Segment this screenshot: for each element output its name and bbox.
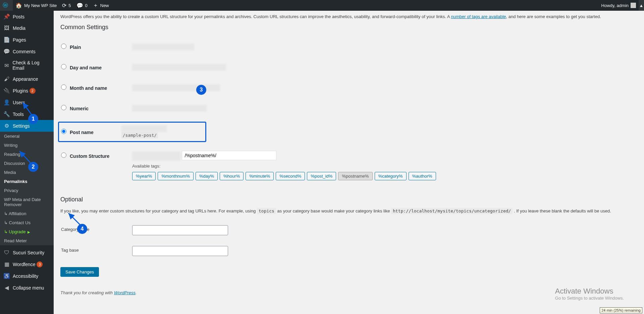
month-name-option[interactable]: Month and name [61, 85, 107, 91]
sidebar-item-collapse-menu[interactable]: ◀Collapse menu [0, 282, 54, 294]
sidebar-item-settings[interactable]: ⚙Settings [0, 120, 54, 132]
submenu-contact-us[interactable]: ↳ Contact Us [0, 218, 54, 227]
sidebar-item-accessibility[interactable]: ♿Accessibility [0, 270, 54, 282]
menu-icon: 🔧 [3, 111, 10, 117]
tag-base-input[interactable] [132, 246, 228, 256]
tags-available-link[interactable]: number of tags are available [451, 14, 506, 19]
submenu-general[interactable]: General [0, 132, 54, 141]
submenu-media[interactable]: Media [0, 168, 54, 177]
toolbar-scroll-up[interactable]: ▲ [639, 0, 644, 11]
submenu-privacy[interactable]: Privacy [0, 186, 54, 195]
category-base-input[interactable] [132, 225, 228, 235]
wordpress-icon: ⓦ [3, 2, 8, 9]
submenu-upgrade[interactable]: ↳ Upgrade ▶ [0, 227, 54, 236]
tag-minute[interactable]: %minute% [246, 172, 274, 180]
comments-link[interactable]: 💬0 [74, 0, 90, 11]
submenu-discussion[interactable]: Discussion [0, 159, 54, 168]
sidebar-item-pages[interactable]: 📄Pages [0, 34, 54, 46]
postname-radio[interactable] [61, 129, 66, 134]
tag-monthnum[interactable]: %monthnum% [158, 172, 194, 180]
menu-icon: ✉ [3, 62, 10, 69]
sidebar-item-posts[interactable]: 📌Posts [0, 11, 54, 22]
avatar [631, 3, 636, 8]
updates-link[interactable]: ⟳5 [59, 0, 73, 11]
sidebar-item-comments[interactable]: 💬Comments [0, 46, 54, 57]
save-changes-button[interactable]: Save Changes [60, 267, 99, 277]
custom-prefix [132, 151, 180, 161]
plain-example [132, 44, 194, 50]
tag-post_id[interactable]: %post_id% [307, 172, 336, 180]
submenu-affiliation[interactable]: ↳ Affiliation [0, 209, 54, 218]
plain-option[interactable]: Plain [61, 45, 81, 50]
tag-author[interactable]: %author% [409, 172, 436, 180]
menu-icon: ▦ [3, 261, 10, 267]
page-body: WordPress offers you the ability to crea… [54, 0, 644, 314]
wp-logo[interactable]: ⓦ [0, 0, 13, 11]
menu-icon: 🖌 [3, 76, 10, 82]
menu-label: Posts [13, 14, 24, 19]
submenu-wp-meta-and-date-remover[interactable]: WP Meta and Date Remover [0, 195, 54, 209]
postname-sample: /sample-post/ [121, 132, 158, 138]
sidebar-item-wordfence[interactable]: ▦Wordfence3 [0, 258, 54, 270]
site-name-label: My New WP Site [24, 3, 57, 8]
menu-icon: ◀ [3, 285, 10, 291]
postname-blur [121, 125, 167, 132]
menu-label: Wordfence [13, 262, 35, 267]
battery-notice: 24 min (25%) remaining [600, 307, 642, 313]
sidebar-item-media[interactable]: 🖼Media [0, 22, 54, 34]
numeric-example [132, 105, 207, 112]
refresh-icon: ⟳ [62, 2, 66, 9]
tag-hour[interactable]: %hour% [220, 172, 244, 180]
available-tags-label: Available tags: [132, 164, 633, 169]
sidebar-item-tools[interactable]: 🔧Tools [0, 108, 54, 120]
annotation-marker-3: 3 [196, 85, 206, 95]
day-example [132, 64, 226, 71]
wordpress-link[interactable]: WordPress [114, 290, 136, 295]
menu-label: Accessibility [13, 273, 38, 279]
sidebar-item-sucuri-security[interactable]: 🛡Sucuri Security [0, 247, 54, 258]
badge: 2 [30, 88, 36, 94]
comments-count: 0 [85, 3, 88, 8]
custom-structure-input[interactable] [182, 151, 276, 160]
menu-label: Comments [13, 49, 36, 54]
postname-option[interactable]: Post name [61, 130, 94, 135]
new-label: New [100, 3, 109, 8]
submenu-reading[interactable]: Reading [0, 150, 54, 159]
category-base-label: Category base [61, 220, 128, 240]
menu-icon: ♿ [3, 273, 10, 279]
annotation-marker-2: 2 [28, 162, 38, 172]
day-name-radio[interactable] [61, 64, 66, 69]
tag-category[interactable]: %category% [375, 172, 407, 180]
menu-label: Plugins [13, 88, 28, 93]
sidebar-item-users[interactable]: 👤Users [0, 97, 54, 108]
submenu-read-meter[interactable]: Read Meter [0, 236, 54, 245]
month-name-radio[interactable] [61, 84, 66, 90]
tag-second[interactable]: %second% [276, 172, 305, 180]
menu-label: Appearance [13, 76, 38, 82]
site-home-link[interactable]: 🏠My New WP Site [13, 0, 59, 11]
submenu-writing[interactable]: Writing [0, 141, 54, 150]
common-settings-heading: Common Settings [60, 24, 637, 31]
optional-heading: Optional [60, 196, 637, 203]
howdy-account[interactable]: Howdy, admin [599, 0, 639, 11]
numeric-option[interactable]: Numeric [61, 106, 89, 111]
sidebar-item-appearance[interactable]: 🖌Appearance [0, 73, 54, 85]
sidebar-item-plugins[interactable]: 🔌Plugins2 [0, 85, 54, 97]
day-name-option[interactable]: Day and name [61, 65, 102, 70]
home-icon: 🏠 [15, 2, 22, 9]
new-content-link[interactable]: ＋New [90, 0, 112, 11]
custom-radio[interactable] [61, 152, 66, 158]
menu-icon: 💬 [3, 48, 10, 55]
tag-year[interactable]: %year% [132, 172, 156, 180]
menu-label: Settings [13, 123, 30, 129]
numeric-radio[interactable] [61, 105, 66, 110]
plain-radio[interactable] [61, 44, 66, 49]
tag-day[interactable]: %day% [196, 172, 218, 180]
sidebar-item-check-log-email[interactable]: ✉Check & Log Email [0, 57, 54, 73]
tag-buttons-row: %year%%monthnum%%day%%hour%%minute%%seco… [132, 172, 633, 180]
custom-option[interactable]: Custom Structure [61, 153, 109, 159]
tag-postname[interactable]: %postname% [338, 172, 372, 180]
submenu-permalinks[interactable]: Permalinks [0, 177, 54, 186]
admin-toolbar: ⓦ 🏠My New WP Site ⟳5 💬0 ＋New Howdy, admi… [0, 0, 644, 11]
menu-label: Pages [13, 37, 26, 43]
